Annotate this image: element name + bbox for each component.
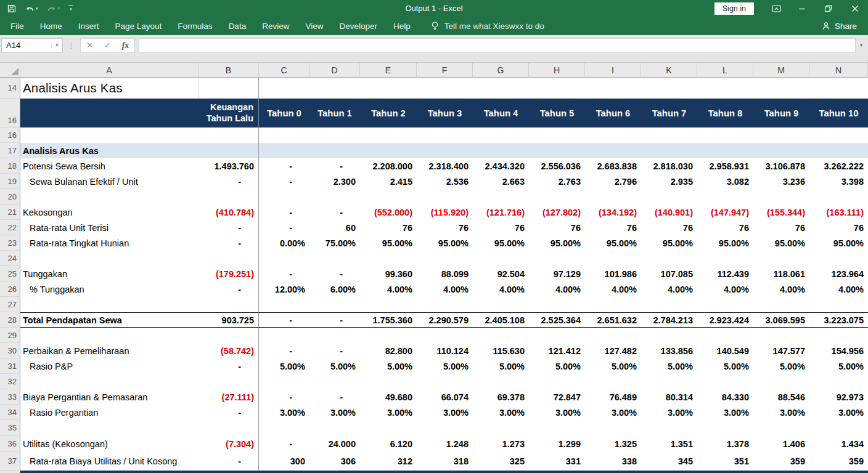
cell-D16[interactable] [309, 127, 360, 143]
cell-A33[interactable]: Biaya Pergantian & Pemasaran [20, 389, 199, 405]
cell-C17[interactable] [259, 143, 309, 158]
cell-B14[interactable] [199, 78, 259, 99]
cell-F30[interactable]: 110.124 [417, 343, 473, 358]
ribbon-tab-review[interactable]: Review [254, 17, 297, 35]
cell-K21[interactable]: (140.901) [641, 204, 697, 220]
cell-H19[interactable]: 2.763 [529, 174, 585, 189]
cell-B27[interactable] [199, 297, 259, 312]
cell-B19[interactable]: - [199, 174, 259, 189]
row-header-27[interactable]: 27 [0, 297, 20, 312]
cell-D29[interactable] [309, 328, 360, 343]
row-header-21[interactable]: 21 [0, 204, 20, 220]
cell-A16[interactable] [20, 127, 199, 143]
cell-E20[interactable] [360, 189, 417, 204]
row-header-32[interactable]: 32 [0, 374, 20, 389]
cell-K26[interactable]: 4.00% [641, 281, 697, 297]
cell-N29[interactable] [809, 328, 868, 343]
cell-B18[interactable]: 1.493.760 [199, 158, 259, 174]
ribbon-display-options-button[interactable] [764, 0, 788, 17]
cell-I34[interactable]: 3.00% [585, 405, 641, 420]
cell-H20[interactable] [529, 189, 585, 204]
cell-H34[interactable]: 3.00% [529, 405, 585, 420]
cell-I37[interactable]: 338 [585, 452, 641, 471]
cell-C35[interactable] [259, 420, 309, 435]
row-header-30[interactable]: 30 [0, 343, 20, 358]
cell-C20[interactable] [259, 189, 309, 204]
cell-B17[interactable] [199, 143, 259, 158]
cell-M16[interactable]: Tahun 9 [753, 99, 809, 127]
cell-H28[interactable]: 2.525.364 [529, 312, 585, 328]
cell-B32[interactable] [199, 374, 259, 389]
cell-N25[interactable]: 123.964 [809, 266, 868, 281]
cell-C19[interactable]: - [259, 174, 309, 189]
column-header-G[interactable]: G [473, 63, 529, 78]
cell-D25[interactable]: - [309, 266, 360, 281]
cell-I23[interactable]: 95.00% [585, 235, 641, 251]
cell-M30[interactable]: 147.577 [753, 343, 809, 358]
ribbon-tab-insert[interactable]: Insert [70, 17, 107, 35]
cell-B28[interactable]: 903.725 [199, 312, 259, 328]
cell-L17[interactable] [697, 143, 753, 158]
cell-E21[interactable]: (552.000) [360, 204, 417, 220]
cell-H21[interactable]: (127.802) [529, 204, 585, 220]
cell-G20[interactable] [473, 189, 529, 204]
cell-D18[interactable]: - [309, 158, 360, 174]
cell-K33[interactable]: 80.314 [641, 389, 697, 405]
sign-in-button[interactable]: Sign in [714, 2, 754, 15]
insert-function-button[interactable]: fx [117, 41, 134, 51]
cell-D26[interactable]: 6.00% [309, 281, 360, 297]
cell-L24[interactable] [697, 251, 753, 266]
cell-B25[interactable]: (179.251) [199, 266, 259, 281]
cell-L37[interactable]: 351 [697, 452, 753, 471]
cell-D28[interactable]: - [309, 312, 360, 328]
share-button[interactable]: Share [822, 22, 857, 31]
cell-F32[interactable] [417, 374, 473, 389]
cell-H22[interactable]: 76 [529, 220, 585, 235]
cell-I19[interactable]: 2.796 [585, 174, 641, 189]
select-all-button[interactable] [0, 63, 20, 78]
column-header-K[interactable]: K [641, 63, 697, 78]
column-header-C[interactable]: C [259, 63, 309, 78]
cell-K37[interactable]: 345 [641, 452, 697, 471]
row-header-34[interactable]: 34 [0, 405, 20, 420]
cell-L34[interactable]: 3.00% [697, 405, 753, 420]
cell-F16[interactable] [417, 127, 473, 143]
row-header-29[interactable]: 29 [0, 328, 20, 343]
cell-F20[interactable] [417, 189, 473, 204]
cell-G26[interactable]: 4.00% [473, 281, 529, 297]
cell-N16[interactable] [809, 127, 868, 143]
cell-M36[interactable]: 1.406 [753, 435, 809, 452]
ribbon-tab-view[interactable]: View [297, 17, 331, 35]
cell-N35[interactable] [809, 420, 868, 435]
cell-K23[interactable]: 95.00% [641, 235, 697, 251]
cell-G35[interactable] [473, 420, 529, 435]
cell-C27[interactable] [259, 297, 309, 312]
cell-D30[interactable]: - [309, 343, 360, 358]
cell-F19[interactable]: 2.536 [417, 174, 473, 189]
cell-B21[interactable]: (410.784) [199, 204, 259, 220]
cell-M28[interactable]: 3.069.595 [753, 312, 809, 328]
cell-D21[interactable]: - [309, 204, 360, 220]
cell-L36[interactable]: 1.378 [697, 435, 753, 452]
cell-E28[interactable]: 1.755.360 [360, 312, 417, 328]
cell-H27[interactable] [529, 297, 585, 312]
cell-K30[interactable]: 133.856 [641, 343, 697, 358]
cell-E29[interactable] [360, 328, 417, 343]
cell-M33[interactable]: 88.546 [753, 389, 809, 405]
cell-K17[interactable] [641, 143, 697, 158]
name-box[interactable]: A14 ▾ [1, 38, 63, 53]
cell-H29[interactable] [529, 328, 585, 343]
redo-button[interactable]: ▾ [47, 4, 60, 13]
cell-B31[interactable]: - [199, 358, 259, 374]
cell-L29[interactable] [697, 328, 753, 343]
cell-L25[interactable]: 112.439 [697, 266, 753, 281]
minimize-button[interactable] [788, 0, 815, 17]
ribbon-tab-file[interactable]: File [2, 17, 32, 35]
cell-N34[interactable]: 3.00% [809, 405, 868, 420]
cell-C36[interactable]: - [259, 435, 309, 452]
cell-E26[interactable]: 4.00% [360, 281, 417, 297]
cell-E25[interactable]: 99.360 [360, 266, 417, 281]
cell-L35[interactable] [697, 420, 753, 435]
cell-E35[interactable] [360, 420, 417, 435]
row-header-19[interactable]: 19 [0, 174, 20, 189]
